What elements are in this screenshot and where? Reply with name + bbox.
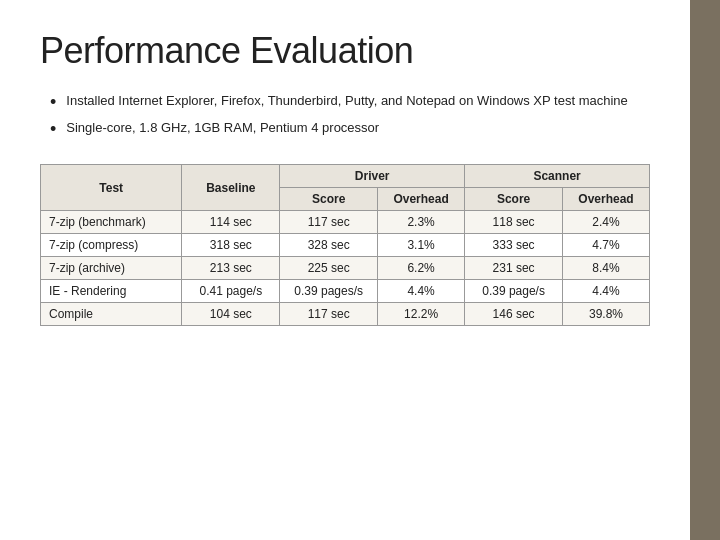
table-row: IE - Rendering0.41 page/s0.39 pages/s4.4… xyxy=(41,280,650,303)
cell-scanner-overhead: 4.7% xyxy=(563,234,650,257)
main-content: Performance Evaluation • Installed Inter… xyxy=(0,0,690,540)
cell-driver-overhead: 4.4% xyxy=(378,280,465,303)
cell-scanner-overhead: 2.4% xyxy=(563,211,650,234)
col-header-driver-group: Driver xyxy=(280,165,465,188)
bullet-list: • Installed Internet Explorer, Firefox, … xyxy=(50,92,650,142)
cell-baseline: 104 sec xyxy=(182,303,280,326)
page-title: Performance Evaluation xyxy=(40,30,650,72)
col-header-scanner-group: Scanner xyxy=(465,165,650,188)
table-body: 7-zip (benchmark)114 sec117 sec2.3%118 s… xyxy=(41,211,650,326)
bullet-dot-2: • xyxy=(50,117,56,142)
performance-table: Test Baseline Driver Scanner Score Overh… xyxy=(40,164,650,326)
cell-driver-score: 0.39 pages/s xyxy=(280,280,378,303)
cell-test: 7-zip (archive) xyxy=(41,257,182,280)
table-row: Compile104 sec117 sec12.2%146 sec39.8% xyxy=(41,303,650,326)
col-header-scanner-overhead: Overhead xyxy=(563,188,650,211)
cell-scanner-overhead: 8.4% xyxy=(563,257,650,280)
bullet-item-1: • Installed Internet Explorer, Firefox, … xyxy=(50,92,650,115)
bullet-item-2: • Single-core, 1.8 GHz, 1GB RAM, Pentium… xyxy=(50,119,650,142)
cell-driver-overhead: 6.2% xyxy=(378,257,465,280)
cell-test: 7-zip (compress) xyxy=(41,234,182,257)
col-header-baseline: Baseline xyxy=(182,165,280,211)
cell-scanner-score: 231 sec xyxy=(465,257,563,280)
cell-driver-score: 117 sec xyxy=(280,303,378,326)
col-header-test: Test xyxy=(41,165,182,211)
col-header-scanner-score: Score xyxy=(465,188,563,211)
cell-driver-score: 117 sec xyxy=(280,211,378,234)
cell-scanner-score: 146 sec xyxy=(465,303,563,326)
table-row: 7-zip (benchmark)114 sec117 sec2.3%118 s… xyxy=(41,211,650,234)
cell-scanner-overhead: 4.4% xyxy=(563,280,650,303)
table-row: 7-zip (archive)213 sec225 sec6.2%231 sec… xyxy=(41,257,650,280)
cell-driver-score: 328 sec xyxy=(280,234,378,257)
cell-test: 7-zip (benchmark) xyxy=(41,211,182,234)
cell-test: Compile xyxy=(41,303,182,326)
cell-driver-overhead: 2.3% xyxy=(378,211,465,234)
right-sidebar xyxy=(690,0,720,540)
cell-baseline: 213 sec xyxy=(182,257,280,280)
table-header-top: Test Baseline Driver Scanner xyxy=(41,165,650,188)
cell-baseline: 318 sec xyxy=(182,234,280,257)
cell-test: IE - Rendering xyxy=(41,280,182,303)
table-row: 7-zip (compress)318 sec328 sec3.1%333 se… xyxy=(41,234,650,257)
bullet-text-1: Installed Internet Explorer, Firefox, Th… xyxy=(66,92,627,110)
cell-driver-overhead: 12.2% xyxy=(378,303,465,326)
cell-scanner-overhead: 39.8% xyxy=(563,303,650,326)
cell-scanner-score: 118 sec xyxy=(465,211,563,234)
cell-driver-overhead: 3.1% xyxy=(378,234,465,257)
col-header-driver-score: Score xyxy=(280,188,378,211)
cell-scanner-score: 333 sec xyxy=(465,234,563,257)
cell-baseline: 114 sec xyxy=(182,211,280,234)
cell-driver-score: 225 sec xyxy=(280,257,378,280)
bullet-text-2: Single-core, 1.8 GHz, 1GB RAM, Pentium 4… xyxy=(66,119,379,137)
bullet-dot-1: • xyxy=(50,90,56,115)
cell-scanner-score: 0.39 page/s xyxy=(465,280,563,303)
cell-baseline: 0.41 page/s xyxy=(182,280,280,303)
col-header-driver-overhead: Overhead xyxy=(378,188,465,211)
